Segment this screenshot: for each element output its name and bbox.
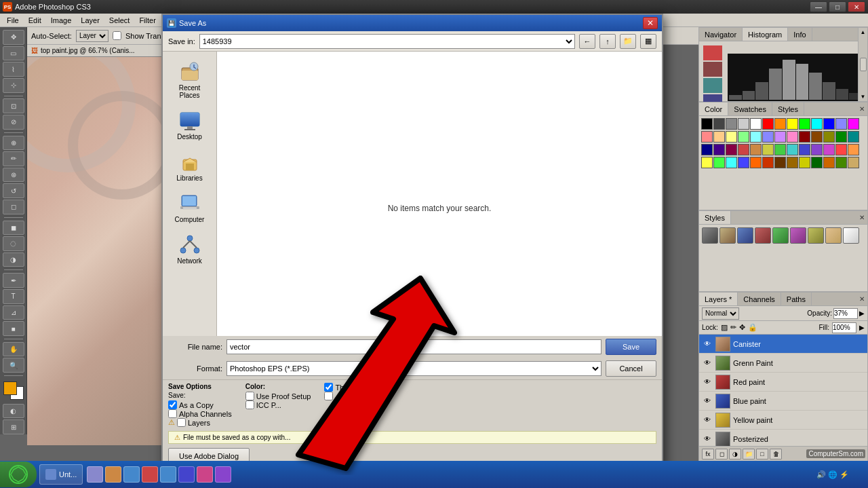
tab-layers[interactable]: Layers *: [699, 293, 738, 305]
swatch[interactable]: [823, 157, 835, 168]
layer-visibility-icon[interactable]: 👁: [702, 377, 713, 388]
color-panel-close[interactable]: ✕: [856, 105, 867, 113]
tool-eraser[interactable]: ◻: [3, 200, 24, 214]
swatch[interactable]: [835, 131, 847, 143]
tool-gradient[interactable]: ◼: [3, 221, 24, 236]
layer-row-grenn-paint[interactable]: 👁 Grenn Paint: [699, 354, 867, 373]
layer-row-yellow-paint[interactable]: 👁 Yellow paint: [699, 411, 867, 430]
tab-channels[interactable]: Channels: [738, 293, 781, 305]
view-options-button[interactable]: ▦: [640, 34, 656, 49]
back-button[interactable]: ←: [579, 34, 595, 49]
dialog-close-button[interactable]: ✕: [643, 17, 658, 29]
use-proof-check[interactable]: [245, 392, 254, 400]
swatch[interactable]: [787, 118, 798, 130]
layer-visibility-icon[interactable]: 👁: [702, 434, 713, 445]
add-adjustment-button[interactable]: ◑: [729, 449, 741, 459]
show-transform-check[interactable]: [113, 31, 121, 40]
tool-quick-mask[interactable]: ◐: [3, 404, 24, 419]
style-swatch[interactable]: [737, 227, 753, 244]
tool-screen-mode[interactable]: ⊞: [3, 419, 24, 434]
tool-blur[interactable]: ◌: [3, 236, 24, 251]
tool-pen[interactable]: ✒: [3, 273, 24, 288]
swatch[interactable]: [726, 118, 737, 130]
blend-mode-select[interactable]: Normal: [702, 307, 739, 320]
fill-arrow[interactable]: ▶: [859, 324, 865, 331]
tab-histogram[interactable]: Histogram: [743, 28, 788, 41]
ql-icon4[interactable]: [142, 466, 158, 483]
tool-dodge[interactable]: ◑: [3, 252, 24, 267]
opacity-arrow[interactable]: ▶: [859, 309, 865, 317]
thumbnail-check[interactable]: [324, 383, 333, 392]
canvas-tab[interactable]: 🖼 top paint.jpg @ 66.7% (Canis...: [27, 45, 163, 57]
ql-icon3[interactable]: [123, 466, 140, 483]
icc-check[interactable]: [245, 400, 254, 409]
swatch[interactable]: [799, 131, 810, 143]
add-mask-button[interactable]: ◻: [715, 449, 728, 459]
swatch[interactable]: [823, 131, 835, 143]
layer-visibility-icon[interactable]: 👁: [702, 396, 713, 407]
swatch[interactable]: [750, 157, 762, 168]
swatch[interactable]: [848, 144, 859, 155]
style-swatch[interactable]: [719, 227, 736, 244]
style-swatch[interactable]: [702, 227, 718, 244]
sidebar-network[interactable]: Network: [166, 230, 214, 269]
swatch[interactable]: [750, 118, 762, 130]
tool-text[interactable]: T: [3, 289, 24, 304]
tab-paths[interactable]: Paths: [781, 293, 812, 305]
swatch[interactable]: [848, 118, 859, 130]
swatch[interactable]: [726, 144, 737, 155]
swatch[interactable]: [726, 131, 737, 143]
opacity-input[interactable]: [833, 308, 858, 319]
tab-info[interactable]: Info: [788, 28, 812, 41]
styles-panel-close[interactable]: ✕: [856, 214, 867, 221]
layer-visibility-icon[interactable]: 👁: [702, 339, 713, 350]
style-swatch[interactable]: [825, 227, 842, 244]
swatch[interactable]: [750, 144, 762, 155]
swatch[interactable]: [762, 131, 774, 143]
tool-path[interactable]: ⊿: [3, 305, 24, 320]
layer-row-canister[interactable]: 👁 Canister: [699, 335, 867, 354]
swatch[interactable]: [713, 118, 725, 130]
tool-lasso[interactable]: ⌇: [3, 62, 24, 77]
swatch[interactable]: [848, 157, 859, 168]
tool-shape[interactable]: ■: [3, 321, 24, 336]
as-copy-check[interactable]: [168, 400, 177, 409]
fill-input[interactable]: [832, 322, 856, 333]
layers-check[interactable]: [177, 418, 186, 427]
swatch[interactable]: [848, 131, 859, 143]
swatch[interactable]: [713, 131, 725, 143]
tool-magic-wand[interactable]: ⊹: [3, 78, 24, 93]
swatch[interactable]: [701, 118, 713, 130]
tab-styles[interactable]: Styles: [772, 102, 804, 115]
swatch[interactable]: [762, 118, 774, 130]
swatch[interactable]: [811, 131, 823, 143]
new-group-button[interactable]: 📁: [743, 449, 755, 459]
tool-zoom[interactable]: 🔍: [3, 358, 24, 373]
swatch[interactable]: [787, 157, 798, 168]
swatch[interactable]: [774, 144, 786, 155]
minimize-button[interactable]: —: [810, 1, 827, 12]
swatch[interactable]: [726, 157, 737, 168]
swatch[interactable]: [811, 144, 823, 155]
swatch[interactable]: [799, 118, 810, 130]
style-swatch[interactable]: [772, 227, 789, 244]
menu-filter[interactable]: Filter: [135, 15, 159, 26]
swatch[interactable]: [774, 118, 786, 130]
swatch[interactable]: [823, 144, 835, 155]
swatch[interactable]: [738, 157, 749, 168]
layer-visibility-icon[interactable]: 👁: [702, 415, 713, 426]
swatch[interactable]: [811, 118, 823, 130]
tool-spot-healing[interactable]: ⊕: [3, 136, 24, 151]
tool-eyedropper[interactable]: ⊘: [3, 115, 24, 130]
ql-icon6[interactable]: [178, 466, 195, 483]
swatch[interactable]: [738, 144, 749, 155]
cancel-button[interactable]: Cancel: [606, 360, 656, 377]
sidebar-desktop[interactable]: Desktop: [166, 106, 214, 145]
layers-panel-close[interactable]: ✕: [856, 295, 867, 303]
lock-position-icon[interactable]: ✥: [739, 323, 745, 332]
swatch[interactable]: [738, 118, 749, 130]
swatch[interactable]: [750, 131, 762, 143]
menu-select[interactable]: Select: [105, 15, 134, 26]
swatch[interactable]: [835, 157, 847, 168]
tab-swatches[interactable]: Swatches: [728, 102, 772, 115]
